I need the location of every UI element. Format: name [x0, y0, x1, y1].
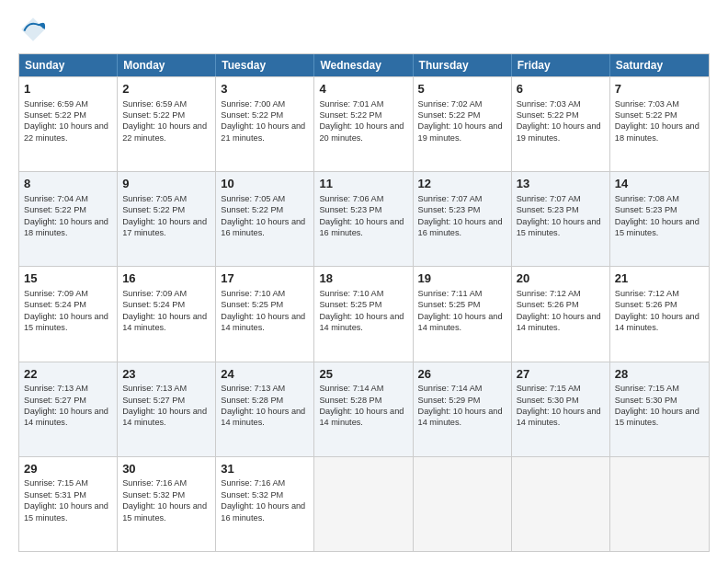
- day-number: 17: [221, 270, 309, 287]
- day-cell-18: 18Sunrise: 7:10 AMSunset: 5:25 PMDayligh…: [314, 267, 413, 361]
- empty-cell: [314, 457, 413, 551]
- day-cell-2: 2Sunrise: 6:59 AMSunset: 5:22 PMDaylight…: [118, 77, 216, 171]
- header-sunday: Sunday: [19, 54, 118, 76]
- day-cell-23: 23Sunrise: 7:13 AMSunset: 5:27 PMDayligh…: [118, 362, 216, 456]
- day-number: 14: [615, 176, 704, 192]
- day-cell-29: 29Sunrise: 7:15 AMSunset: 5:31 PMDayligh…: [19, 457, 118, 551]
- day-cell-19: 19Sunrise: 7:11 AMSunset: 5:25 PMDayligh…: [414, 267, 512, 361]
- day-cell-17: 17Sunrise: 7:10 AMSunset: 5:25 PMDayligh…: [216, 267, 314, 361]
- calendar-header-row: Sunday Monday Tuesday Wednesday Thursday…: [19, 54, 709, 76]
- day-cell-27: 27Sunrise: 7:15 AMSunset: 5:30 PMDayligh…: [512, 362, 610, 456]
- day-number: 16: [122, 270, 210, 287]
- week-row-2: 8Sunrise: 7:04 AMSunset: 5:22 PMDaylight…: [19, 171, 709, 266]
- day-number: 6: [517, 81, 605, 98]
- header-tuesday: Tuesday: [216, 54, 314, 76]
- empty-cell: [414, 457, 512, 551]
- header-saturday: Saturday: [610, 54, 709, 76]
- day-number: 8: [24, 176, 112, 192]
- day-number: 4: [319, 81, 407, 98]
- day-number: 10: [221, 176, 309, 192]
- day-cell-12: 12Sunrise: 7:07 AMSunset: 5:23 PMDayligh…: [414, 172, 512, 266]
- day-number: 11: [319, 176, 407, 192]
- day-cell-26: 26Sunrise: 7:14 AMSunset: 5:29 PMDayligh…: [414, 362, 512, 456]
- calendar: Sunday Monday Tuesday Wednesday Thursday…: [18, 53, 710, 552]
- calendar-page: Sunday Monday Tuesday Wednesday Thursday…: [0, 0, 728, 563]
- empty-cell: [512, 457, 610, 551]
- day-cell-1: 1Sunrise: 6:59 AMSunset: 5:22 PMDaylight…: [19, 77, 118, 171]
- day-cell-28: 28Sunrise: 7:15 AMSunset: 5:30 PMDayligh…: [610, 362, 709, 456]
- day-number: 7: [615, 81, 704, 98]
- logo: [18, 15, 53, 44]
- day-number: 25: [319, 366, 407, 383]
- header-monday: Monday: [118, 54, 216, 76]
- day-cell-4: 4Sunrise: 7:01 AMSunset: 5:22 PMDaylight…: [314, 77, 413, 171]
- header-wednesday: Wednesday: [314, 54, 413, 76]
- day-number: 31: [221, 461, 309, 477]
- day-cell-8: 8Sunrise: 7:04 AMSunset: 5:22 PMDaylight…: [19, 172, 118, 266]
- header-friday: Friday: [512, 54, 610, 76]
- empty-cell: [610, 457, 709, 551]
- day-number: 19: [418, 270, 506, 287]
- day-cell-31: 31Sunrise: 7:16 AMSunset: 5:32 PMDayligh…: [216, 457, 314, 551]
- day-number: 28: [615, 366, 704, 383]
- day-number: 20: [517, 270, 605, 287]
- day-number: 18: [319, 270, 407, 287]
- day-cell-20: 20Sunrise: 7:12 AMSunset: 5:26 PMDayligh…: [512, 267, 610, 361]
- day-number: 30: [122, 461, 210, 477]
- day-cell-7: 7Sunrise: 7:03 AMSunset: 5:22 PMDaylight…: [610, 77, 709, 171]
- day-cell-21: 21Sunrise: 7:12 AMSunset: 5:26 PMDayligh…: [610, 267, 709, 361]
- day-number: 2: [122, 81, 210, 98]
- day-cell-3: 3Sunrise: 7:00 AMSunset: 5:22 PMDaylight…: [216, 77, 314, 171]
- day-number: 21: [615, 270, 704, 287]
- day-cell-10: 10Sunrise: 7:05 AMSunset: 5:22 PMDayligh…: [216, 172, 314, 266]
- day-cell-11: 11Sunrise: 7:06 AMSunset: 5:23 PMDayligh…: [314, 172, 413, 266]
- day-number: 22: [24, 366, 112, 383]
- day-number: 26: [418, 366, 506, 383]
- day-cell-14: 14Sunrise: 7:08 AMSunset: 5:23 PMDayligh…: [610, 172, 709, 266]
- week-row-5: 29Sunrise: 7:15 AMSunset: 5:31 PMDayligh…: [19, 456, 709, 551]
- day-number: 1: [24, 81, 112, 98]
- day-cell-16: 16Sunrise: 7:09 AMSunset: 5:24 PMDayligh…: [118, 267, 216, 361]
- day-number: 12: [418, 176, 506, 192]
- day-number: 5: [418, 81, 506, 98]
- header-thursday: Thursday: [414, 54, 512, 76]
- day-number: 23: [122, 366, 210, 383]
- day-cell-15: 15Sunrise: 7:09 AMSunset: 5:24 PMDayligh…: [19, 267, 118, 361]
- day-cell-9: 9Sunrise: 7:05 AMSunset: 5:22 PMDaylight…: [118, 172, 216, 266]
- day-cell-6: 6Sunrise: 7:03 AMSunset: 5:22 PMDaylight…: [512, 77, 610, 171]
- day-cell-30: 30Sunrise: 7:16 AMSunset: 5:32 PMDayligh…: [118, 457, 216, 551]
- calendar-body: 1Sunrise: 6:59 AMSunset: 5:22 PMDaylight…: [19, 76, 709, 551]
- day-number: 27: [517, 366, 605, 383]
- day-number: 3: [221, 81, 309, 98]
- logo-icon: [18, 15, 48, 44]
- day-cell-25: 25Sunrise: 7:14 AMSunset: 5:28 PMDayligh…: [314, 362, 413, 456]
- day-number: 13: [517, 176, 605, 192]
- day-cell-22: 22Sunrise: 7:13 AMSunset: 5:27 PMDayligh…: [19, 362, 118, 456]
- day-cell-13: 13Sunrise: 7:07 AMSunset: 5:23 PMDayligh…: [512, 172, 610, 266]
- day-cell-24: 24Sunrise: 7:13 AMSunset: 5:28 PMDayligh…: [216, 362, 314, 456]
- day-number: 15: [24, 270, 112, 287]
- header: [18, 15, 710, 44]
- day-number: 29: [24, 461, 112, 477]
- week-row-1: 1Sunrise: 6:59 AMSunset: 5:22 PMDaylight…: [19, 76, 709, 171]
- day-number: 9: [122, 176, 210, 192]
- week-row-3: 15Sunrise: 7:09 AMSunset: 5:24 PMDayligh…: [19, 266, 709, 361]
- day-number: 24: [221, 366, 309, 383]
- week-row-4: 22Sunrise: 7:13 AMSunset: 5:27 PMDayligh…: [19, 362, 709, 456]
- day-cell-5: 5Sunrise: 7:02 AMSunset: 5:22 PMDaylight…: [414, 77, 512, 171]
